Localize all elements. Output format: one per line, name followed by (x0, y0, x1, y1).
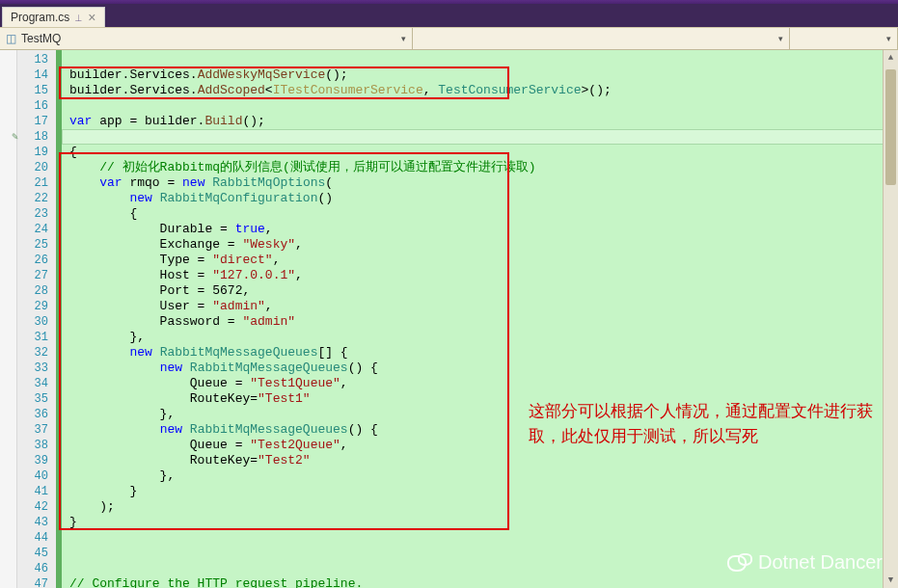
code-line: new RabbitMqMessageQueues() { (62, 361, 898, 376)
member-dropdown[interactable]: ▾ (790, 28, 898, 49)
code-line: builder.Services.AddScoped<ITestConsumer… (62, 83, 898, 98)
code-line: Durable = true, (62, 222, 898, 237)
chevron-down-icon: ▾ (886, 34, 891, 43)
code-line (62, 98, 898, 114)
line-number: 33 (17, 361, 56, 376)
line-number: 32 (17, 345, 56, 361)
wechat-icon (725, 549, 750, 575)
navigation-bar: ◫ TestMQ ▾ ▾ ▾ (0, 27, 898, 50)
line-number: 17 (17, 114, 56, 129)
chevron-down-icon: ▾ (401, 34, 406, 43)
line-number: 43 (17, 515, 56, 530)
line-number: 44 (17, 530, 56, 546)
code-line (62, 52, 898, 67)
class-dropdown[interactable]: ▾ (413, 28, 790, 49)
pin-icon[interactable]: ⟂ (75, 12, 82, 23)
line-number: 45 (17, 546, 56, 561)
line-number: 41 (17, 484, 56, 499)
line-number: 29 (17, 299, 56, 314)
code-line: Host = "127.0.0.1", (62, 268, 898, 283)
line-number: 16 (17, 98, 56, 114)
code-line: new RabbitMqConfiguration() (62, 191, 898, 206)
code-line: } (62, 484, 898, 499)
line-number: 35 (17, 391, 56, 407)
line-number: 37 (17, 422, 56, 438)
code-line: ); (62, 499, 898, 515)
code-line: Queue = "Test1Queue", (62, 376, 898, 391)
line-number: 14 (17, 67, 56, 83)
line-number: 13 (17, 52, 56, 67)
line-number: 22 (17, 191, 56, 206)
code-editor[interactable]: 13 14 15 16 17 18 19 20 21 22 23 24 25 2… (0, 50, 898, 588)
line-number: 31 (17, 330, 56, 345)
line-number: 19 (17, 145, 56, 160)
line-number: 42 (17, 499, 56, 515)
line-number: 28 (17, 283, 56, 299)
scroll-up-icon[interactable]: ▲ (884, 50, 898, 66)
code-line: }, (62, 468, 898, 484)
code-line: }, (62, 330, 898, 345)
code-line: var rmqo = new RabbitMqOptions( (62, 175, 898, 191)
code-line: // 初始化Rabbitmq的队列信息(测试使用，后期可以通过配置文件进行读取) (62, 160, 898, 175)
tab-label: Program.cs (11, 11, 69, 24)
line-number: 25 (17, 237, 56, 253)
watermark-text: Dotnet Dancer (758, 551, 883, 574)
code-line: Exchange = "Wesky", (62, 237, 898, 253)
line-number: 47 (17, 576, 56, 588)
code-line: ✎ (62, 129, 898, 145)
line-number: 30 (17, 314, 56, 330)
line-number: 34 (17, 376, 56, 391)
code-area[interactable]: builder.Services.AddWeskyMqService(); bu… (62, 50, 898, 588)
line-number: 36 (17, 407, 56, 422)
line-number: 15 (17, 83, 56, 98)
annotation-text: 这部分可以根据个人情况，通过配置文件进行获取，此处仅用于测试，所以写死 (529, 399, 876, 450)
code-line (62, 530, 898, 546)
scrollbar-thumb[interactable] (885, 69, 896, 185)
line-number: 24 (17, 222, 56, 237)
code-line: // Configure the HTTP request pipeline. (62, 576, 898, 588)
close-icon[interactable]: × (88, 13, 95, 22)
code-line: Port = 5672, (62, 283, 898, 299)
code-line: { (62, 206, 898, 222)
tab-program-cs[interactable]: Program.cs ⟂ × (2, 7, 105, 27)
namespace-icon: ◫ (4, 32, 17, 45)
code-line: Password = "admin" (62, 314, 898, 330)
code-line: new RabbitMqMessageQueues[] { (62, 345, 898, 361)
code-line: Type = "direct", (62, 253, 898, 268)
code-line: builder.Services.AddWeskyMqService(); (62, 67, 898, 83)
line-number: 27 (17, 268, 56, 283)
line-number: 39 (17, 453, 56, 468)
suggestion-icon[interactable]: ✎ (12, 129, 25, 143)
code-line: { (62, 145, 898, 160)
chevron-down-icon: ▾ (778, 34, 783, 43)
line-number: 40 (17, 468, 56, 484)
line-number: 23 (17, 206, 56, 222)
vertical-scrollbar[interactable]: ▲ ▼ (883, 50, 898, 588)
code-line: User = "admin", (62, 299, 898, 314)
code-line: var app = builder.Build(); (62, 114, 898, 129)
line-number: 26 (17, 253, 56, 268)
code-line: RouteKey="Test2" (62, 453, 898, 468)
namespace-label: TestMQ (21, 32, 61, 45)
line-number: 21 (17, 175, 56, 191)
watermark: Dotnet Dancer (725, 549, 883, 575)
line-number: 20 (17, 160, 56, 175)
tab-row: Program.cs ⟂ × (0, 4, 898, 27)
line-number: 46 (17, 561, 56, 576)
line-number: 38 (17, 438, 56, 453)
scroll-down-icon[interactable]: ▼ (884, 573, 898, 588)
code-line: } (62, 515, 898, 530)
namespace-dropdown[interactable]: ◫ TestMQ ▾ (0, 28, 413, 49)
